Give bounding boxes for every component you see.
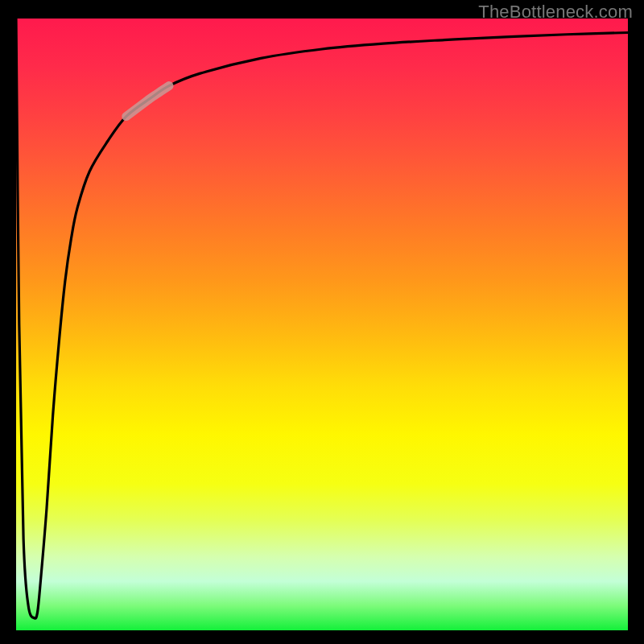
chart-stage: TheBottleneck.com [0,0,644,644]
highlight-segment [126,86,169,117]
curve-layer [16,19,628,630]
bottleneck-curve [16,19,628,618]
watermark-text: TheBottleneck.com [478,2,633,23]
